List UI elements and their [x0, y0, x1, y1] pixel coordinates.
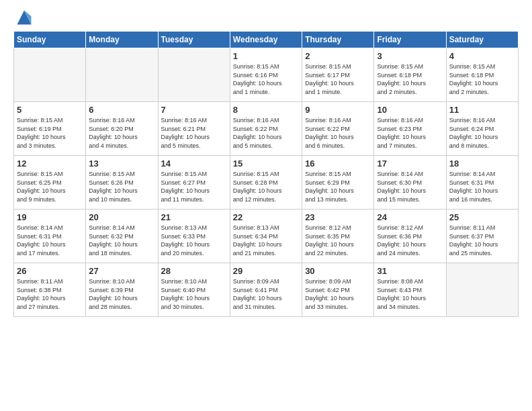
logo: [13, 11, 34, 27]
day-number: 14: [161, 158, 227, 169]
calendar-cell: 18Sunrise: 8:14 AM Sunset: 6:31 PM Dayli…: [446, 156, 518, 210]
day-info: Sunrise: 8:11 AM Sunset: 6:37 PM Dayligh…: [449, 224, 515, 257]
day-number: 24: [377, 212, 443, 222]
week-row-2: 12Sunrise: 8:15 AM Sunset: 6:25 PM Dayli…: [14, 156, 519, 210]
calendar-cell: 15Sunrise: 8:15 AM Sunset: 6:28 PM Dayli…: [230, 156, 302, 210]
calendar-cell: 27Sunrise: 8:10 AM Sunset: 6:39 PM Dayli…: [86, 263, 158, 317]
day-info: Sunrise: 8:13 AM Sunset: 6:34 PM Dayligh…: [233, 224, 299, 257]
day-number: 6: [89, 105, 154, 115]
day-info: Sunrise: 8:12 AM Sunset: 6:35 PM Dayligh…: [305, 224, 371, 257]
day-info: Sunrise: 8:15 AM Sunset: 6:16 PM Dayligh…: [233, 62, 299, 96]
calendar-cell: 24Sunrise: 8:12 AM Sunset: 6:36 PM Dayli…: [374, 210, 446, 263]
calendar-cell: 12Sunrise: 8:15 AM Sunset: 6:25 PM Dayli…: [14, 156, 86, 210]
calendar-cell: 13Sunrise: 8:15 AM Sunset: 6:26 PM Dayli…: [86, 156, 158, 210]
calendar-cell: 8Sunrise: 8:16 AM Sunset: 6:22 PM Daylig…: [230, 102, 302, 156]
calendar-cell: 23Sunrise: 8:12 AM Sunset: 6:35 PM Dayli…: [302, 210, 374, 263]
calendar-page: SundayMondayTuesdayWednesdayThursdayFrid…: [0, 0, 532, 411]
calendar-cell: 14Sunrise: 8:15 AM Sunset: 6:27 PM Dayli…: [158, 156, 230, 210]
calendar-table: SundayMondayTuesdayWednesdayThursdayFrid…: [13, 31, 519, 317]
weekday-header-monday: Monday: [86, 32, 158, 48]
day-info: Sunrise: 8:16 AM Sunset: 6:24 PM Dayligh…: [449, 116, 515, 150]
calendar-cell: 31Sunrise: 8:08 AM Sunset: 6:43 PM Dayli…: [374, 263, 446, 317]
calendar-cell: 30Sunrise: 8:09 AM Sunset: 6:42 PM Dayli…: [302, 263, 374, 317]
day-number: 4: [449, 51, 515, 61]
day-info: Sunrise: 8:14 AM Sunset: 6:30 PM Dayligh…: [377, 170, 443, 203]
day-number: 10: [377, 105, 443, 115]
day-info: Sunrise: 8:10 AM Sunset: 6:39 PM Dayligh…: [89, 277, 154, 311]
weekday-header-thursday: Thursday: [302, 32, 374, 48]
calendar-cell: 16Sunrise: 8:15 AM Sunset: 6:29 PM Dayli…: [302, 156, 374, 210]
day-info: Sunrise: 8:16 AM Sunset: 6:22 PM Dayligh…: [305, 116, 371, 150]
calendar-cell: [86, 48, 158, 102]
day-info: Sunrise: 8:15 AM Sunset: 6:18 PM Dayligh…: [377, 62, 443, 96]
day-info: Sunrise: 8:15 AM Sunset: 6:28 PM Dayligh…: [233, 170, 299, 203]
day-info: Sunrise: 8:09 AM Sunset: 6:42 PM Dayligh…: [305, 277, 371, 311]
day-number: 2: [305, 51, 371, 61]
calendar-cell: 4Sunrise: 8:15 AM Sunset: 6:18 PM Daylig…: [446, 48, 518, 102]
day-info: Sunrise: 8:14 AM Sunset: 6:31 PM Dayligh…: [449, 170, 515, 203]
day-number: 18: [449, 158, 515, 169]
calendar-cell: 26Sunrise: 8:11 AM Sunset: 6:38 PM Dayli…: [14, 263, 86, 317]
calendar-cell: 21Sunrise: 8:13 AM Sunset: 6:33 PM Dayli…: [158, 210, 230, 263]
day-info: Sunrise: 8:16 AM Sunset: 6:22 PM Dayligh…: [233, 116, 299, 150]
day-number: 29: [233, 266, 299, 276]
week-row-1: 5Sunrise: 8:15 AM Sunset: 6:19 PM Daylig…: [14, 102, 519, 156]
day-info: Sunrise: 8:15 AM Sunset: 6:18 PM Dayligh…: [449, 62, 515, 96]
day-info: Sunrise: 8:14 AM Sunset: 6:31 PM Dayligh…: [17, 224, 83, 257]
day-number: 26: [17, 266, 83, 276]
weekday-header-tuesday: Tuesday: [158, 32, 230, 48]
day-info: Sunrise: 8:09 AM Sunset: 6:41 PM Dayligh…: [233, 277, 299, 311]
calendar-cell: 3Sunrise: 8:15 AM Sunset: 6:18 PM Daylig…: [374, 48, 446, 102]
day-info: Sunrise: 8:15 AM Sunset: 6:19 PM Dayligh…: [17, 116, 83, 150]
day-info: Sunrise: 8:16 AM Sunset: 6:20 PM Dayligh…: [89, 116, 154, 150]
calendar-cell: 29Sunrise: 8:09 AM Sunset: 6:41 PM Dayli…: [230, 263, 302, 317]
day-info: Sunrise: 8:15 AM Sunset: 6:26 PM Dayligh…: [89, 170, 154, 203]
day-number: 21: [161, 212, 227, 222]
day-number: 16: [305, 158, 371, 169]
day-number: 30: [305, 266, 371, 276]
day-number: 22: [233, 212, 299, 222]
calendar-cell: [158, 48, 230, 102]
day-number: 12: [17, 158, 83, 169]
day-info: Sunrise: 8:15 AM Sunset: 6:29 PM Dayligh…: [305, 170, 371, 203]
day-info: Sunrise: 8:16 AM Sunset: 6:23 PM Dayligh…: [377, 116, 443, 150]
day-info: Sunrise: 8:16 AM Sunset: 6:21 PM Dayligh…: [161, 116, 227, 150]
calendar-cell: 19Sunrise: 8:14 AM Sunset: 6:31 PM Dayli…: [14, 210, 86, 263]
logo-icon: [15, 8, 34, 27]
calendar-cell: 1Sunrise: 8:15 AM Sunset: 6:16 PM Daylig…: [230, 48, 302, 102]
weekday-header-wednesday: Wednesday: [230, 32, 302, 48]
day-number: 27: [89, 266, 154, 276]
day-info: Sunrise: 8:15 AM Sunset: 6:25 PM Dayligh…: [17, 170, 83, 203]
calendar-cell: 17Sunrise: 8:14 AM Sunset: 6:30 PM Dayli…: [374, 156, 446, 210]
day-info: Sunrise: 8:08 AM Sunset: 6:43 PM Dayligh…: [377, 277, 443, 311]
week-row-3: 19Sunrise: 8:14 AM Sunset: 6:31 PM Dayli…: [14, 210, 519, 263]
day-info: Sunrise: 8:14 AM Sunset: 6:32 PM Dayligh…: [89, 224, 154, 257]
day-number: 20: [89, 212, 154, 222]
day-number: 23: [305, 212, 371, 222]
calendar-cell: 28Sunrise: 8:10 AM Sunset: 6:40 PM Dayli…: [158, 263, 230, 317]
day-info: Sunrise: 8:10 AM Sunset: 6:40 PM Dayligh…: [161, 277, 227, 311]
day-number: 15: [233, 158, 299, 169]
day-number: 17: [377, 158, 443, 169]
week-row-0: 1Sunrise: 8:15 AM Sunset: 6:16 PM Daylig…: [14, 48, 519, 102]
day-number: 8: [233, 105, 299, 115]
calendar-cell: 5Sunrise: 8:15 AM Sunset: 6:19 PM Daylig…: [14, 102, 86, 156]
day-number: 3: [377, 51, 443, 61]
calendar-cell: [14, 48, 86, 102]
calendar-cell: 20Sunrise: 8:14 AM Sunset: 6:32 PM Dayli…: [86, 210, 158, 263]
weekday-header-friday: Friday: [374, 32, 446, 48]
day-number: 9: [305, 105, 371, 115]
calendar-cell: [446, 263, 518, 317]
header: [13, 11, 519, 27]
day-number: 28: [161, 266, 227, 276]
day-info: Sunrise: 8:13 AM Sunset: 6:33 PM Dayligh…: [161, 224, 227, 257]
day-number: 25: [449, 212, 515, 222]
calendar-cell: 9Sunrise: 8:16 AM Sunset: 6:22 PM Daylig…: [302, 102, 374, 156]
day-info: Sunrise: 8:12 AM Sunset: 6:36 PM Dayligh…: [377, 224, 443, 257]
calendar-cell: 22Sunrise: 8:13 AM Sunset: 6:34 PM Dayli…: [230, 210, 302, 263]
day-number: 11: [449, 105, 515, 115]
calendar-cell: 6Sunrise: 8:16 AM Sunset: 6:20 PM Daylig…: [86, 102, 158, 156]
day-number: 5: [17, 105, 83, 115]
calendar-cell: 7Sunrise: 8:16 AM Sunset: 6:21 PM Daylig…: [158, 102, 230, 156]
day-number: 13: [89, 158, 154, 169]
